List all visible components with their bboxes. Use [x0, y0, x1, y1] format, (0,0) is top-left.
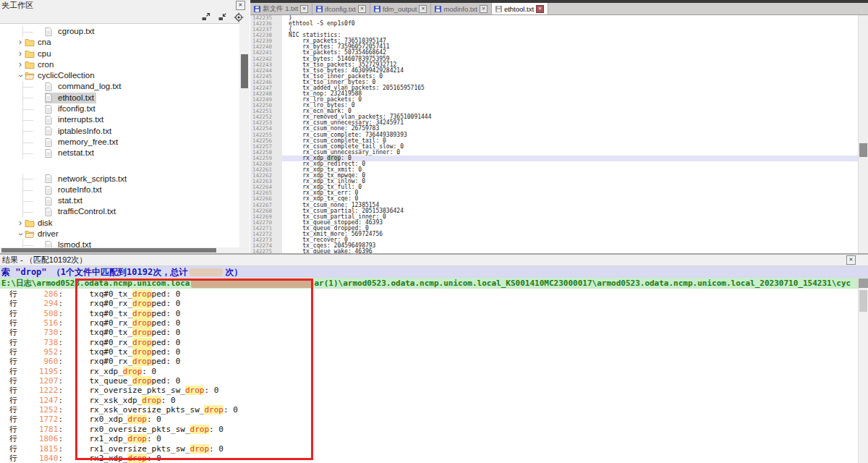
search-result-row[interactable]: 行 286 txq#0_tx_dropped: 0 [0, 289, 859, 299]
editor-tab[interactable]: modinfo.txt [431, 3, 491, 14]
search-result-row[interactable]: 行 1815 rx1_oversize_pkts_sw_drop: 0 [0, 444, 859, 454]
tree-item[interactable]: iptablesInfo.txt [0, 126, 239, 137]
editor-tab[interactable]: 新文件 1.txt [250, 3, 312, 14]
tree-item[interactable]: routeInfo.txt [0, 184, 239, 195]
search-result-row[interactable]: 行 294 rxq#0_rx_dropped: 0 [0, 299, 859, 308]
result-text: rxq#0_rx_dropped: 0 [70, 357, 180, 366]
tree-item[interactable]: ifconfig.txt [0, 103, 239, 114]
search-result-row[interactable]: 行 1195 rx_xdp_drop: 0 [0, 367, 859, 376]
search-summary-suffix: 次） [225, 267, 242, 277]
editor-text-area[interactable]: 142235 } 142236 ethtool -S enp1s0f0 1422… [250, 15, 859, 253]
tree-item[interactable]: command_log.txt [0, 81, 239, 92]
workspace-panel-title: 夹工作区 [1, 1, 33, 9]
tab-label: modinfo.txt [443, 5, 477, 13]
tab-close-icon[interactable] [358, 5, 366, 13]
search-result-row[interactable]: 行 738 rxq#0_rx_dropped: 0 [0, 338, 859, 347]
workspace-close-icon[interactable] [236, 1, 245, 10]
tree-item[interactable] [0, 166, 239, 174]
search-result-row[interactable]: 行 952 txq#0_tx_dropped: 0 [0, 347, 859, 357]
tree-vertical-scrollbar[interactable] [240, 24, 249, 247]
tree-item[interactable]: interrupts.txt [0, 114, 239, 125]
matched-file-path[interactable]: E:\日志\armod0523.odata.ncmp.unicom.locaar… [0, 278, 868, 289]
tree-item[interactable]: network_scripts.txt [0, 174, 239, 184]
twisty-icon[interactable]: › [14, 72, 25, 80]
tree-item[interactable]: netstat.txt [0, 148, 239, 158]
locate-file-icon[interactable] [234, 12, 244, 22]
result-text: rx0_xdp_drop: 0 [70, 415, 161, 424]
tree-vscroll-thumb[interactable] [241, 54, 248, 88]
tree-item[interactable]: › cna [0, 37, 239, 48]
item-label: stat.txt [56, 195, 82, 206]
row-label: 行 [0, 309, 30, 318]
tree-item[interactable]: › cpu [0, 48, 239, 59]
redaction-blur [191, 279, 312, 288]
result-line-number: 960 [30, 357, 63, 366]
twisty-icon[interactable]: › [14, 230, 25, 239]
tree-item[interactable]: trafficControl.txt [0, 206, 239, 217]
search-result-row[interactable]: 行 960 rxq#0_rx_dropped: 0 [0, 357, 859, 366]
row-label: 行 [0, 347, 30, 357]
row-label: 行 [0, 328, 30, 337]
editor-tab[interactable]: ifconfig.txt [312, 3, 370, 14]
item-icon [45, 138, 56, 147]
results-vscroll-thumb[interactable] [859, 290, 867, 312]
match-highlight: drop [132, 309, 152, 318]
collapse-all-icon[interactable] [217, 12, 227, 22]
search-result-row[interactable]: 行 730 txq#0_tx_dropped: 0 [0, 328, 859, 337]
editor-vertical-scrollbar[interactable] [858, 15, 868, 253]
tree-item[interactable]: cgroup.txt [0, 26, 239, 37]
twisty-icon[interactable]: › [16, 218, 25, 229]
results-vertical-scrollbar[interactable] [858, 279, 868, 463]
editor-line: 142236 ethtool -S enp1s0f0 [250, 21, 859, 27]
editor-tab[interactable]: ethtool.txt [492, 3, 548, 14]
tree-item[interactable]: › cron [0, 59, 239, 70]
tree-item[interactable]: › cyclicCollection [0, 70, 239, 81]
search-result-row[interactable]: 行 516 rxq#0_rx_dropped: 0 [0, 318, 859, 328]
match-highlight: drop [132, 347, 152, 357]
expand-all-icon[interactable] [200, 12, 210, 22]
result-line-number: 1207 [30, 376, 63, 386]
results-close-icon[interactable] [846, 255, 856, 265]
item-icon [45, 127, 56, 135]
twisty-icon[interactable]: › [16, 37, 25, 48]
match-highlight: drop [132, 318, 152, 328]
result-text: rxq#0_rx_dropped: 0 [70, 338, 180, 347]
twisty-icon[interactable]: › [16, 48, 25, 59]
tree-item[interactable]: ethtool.txt [0, 93, 239, 103]
tab-close-icon[interactable] [536, 5, 544, 13]
line-text: rx_xdp_tx_xmit: 0 [282, 167, 859, 173]
editor-tab[interactable]: fdm_output [370, 3, 432, 14]
search-result-row[interactable]: 行 1772 rx0_xdp_drop: 0 [0, 415, 859, 424]
scroll-up-arrow-icon[interactable] [859, 279, 868, 288]
twisty-icon[interactable]: › [16, 59, 25, 70]
tree-item[interactable]: stat.txt [0, 195, 239, 206]
tab-close-icon[interactable] [300, 5, 308, 13]
redaction-blur [402, 234, 448, 253]
search-result-row[interactable]: 行 508 txq#0_tx_dropped: 0 [0, 309, 859, 318]
tab-close-icon[interactable] [419, 5, 427, 13]
tree-hscroll-thumb[interactable] [1, 248, 216, 252]
row-label: 行 [0, 386, 30, 395]
search-result-row[interactable]: 行 1806 rx1_xdp_drop: 0 [0, 434, 859, 443]
search-result-row[interactable]: 行 1252 rx_xsk_oversize_pkts_sw_drop: 0 [0, 405, 859, 415]
result-line-number: 730 [30, 328, 63, 337]
search-result-row[interactable]: 行 1247 rx_xsk_xdp_drop: 0 [0, 396, 859, 405]
item-icon [45, 197, 56, 205]
search-result-row[interactable]: 行 1840 rx2_xdp_drop: 0 [0, 454, 859, 463]
search-result-row[interactable]: 行 1207 tx_queue_dropped: 0 [0, 376, 859, 386]
row-label: 行 [0, 289, 30, 299]
search-result-row[interactable]: 行 1222 rx_oversize_pkts_sw_drop: 0 [0, 386, 859, 395]
tree-horizontal-scrollbar[interactable] [0, 247, 239, 253]
editor-vscroll-thumb[interactable] [859, 143, 867, 157]
item-icon [45, 27, 56, 36]
tree-item[interactable] [0, 159, 239, 166]
tree-item[interactable]: › disk [0, 218, 239, 229]
match-highlight: drop [190, 425, 210, 434]
search-result-row[interactable]: 行 1781 rx0_oversize_pkts_sw_drop: 0 [0, 425, 859, 434]
save-state-icon [254, 6, 260, 12]
tree-item[interactable]: › driver [0, 229, 239, 239]
tab-close-icon[interactable] [480, 5, 488, 13]
tree-item[interactable]: lsmod.txt [0, 239, 239, 247]
tree-item[interactable]: memory_free.txt [0, 137, 239, 148]
item-label: network_scripts.txt [56, 174, 127, 184]
